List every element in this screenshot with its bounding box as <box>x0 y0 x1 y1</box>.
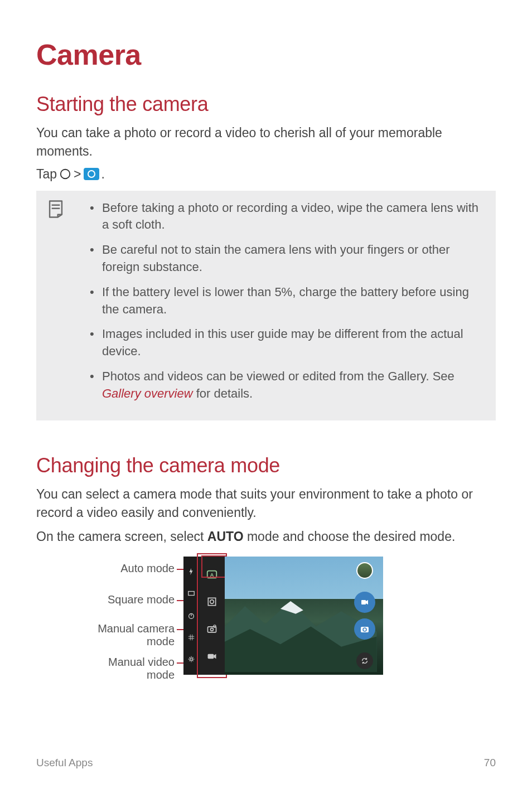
tap-instruction: Tap > . <box>36 167 496 182</box>
svg-rect-6 <box>208 598 215 606</box>
svg-rect-15 <box>361 600 366 604</box>
auto-bold: AUTO <box>207 529 244 544</box>
starting-paragraph: You can take a photo or record a video t… <box>36 124 496 161</box>
note-item: If the battery level is lower than 5%, c… <box>90 284 483 318</box>
label-line: mode <box>147 669 175 681</box>
note-item: Photos and videos can be viewed or edite… <box>90 368 483 403</box>
changing-para2: On the camera screen, select AUTO mode a… <box>36 528 496 546</box>
label-line: mode <box>147 635 175 647</box>
camera-right-controls <box>350 557 380 675</box>
svg-point-9 <box>211 628 214 631</box>
note-box: Before taking a photo or recording a vid… <box>36 191 496 420</box>
shutter-button-icon <box>354 618 375 640</box>
ratio-icon <box>187 589 195 597</box>
label-line: Manual camera <box>98 622 175 635</box>
note-item-prefix: Photos and videos can be viewed or edite… <box>102 369 454 383</box>
svg-text:A: A <box>210 572 214 578</box>
note-item: Before taking a photo or recording a vid… <box>90 200 483 234</box>
footer-section: Useful Apps <box>36 757 93 769</box>
mode-manual-video-icon <box>205 649 219 664</box>
svg-point-0 <box>61 170 70 179</box>
section-heading-changing: Changing the camera mode <box>36 454 496 477</box>
gallery-thumb-icon <box>356 562 373 579</box>
camera-left-toolbar <box>183 557 199 675</box>
switch-camera-icon <box>356 652 373 669</box>
note-item-suffix: for details. <box>193 386 253 400</box>
tap-suffix: . <box>101 167 105 182</box>
page-title: Camera <box>36 38 496 71</box>
footer-page-number: 70 <box>484 757 496 769</box>
note-item: Images included in this user guide may b… <box>90 326 483 360</box>
svg-point-3 <box>190 658 192 660</box>
camera-screenshot: A <box>183 557 383 675</box>
note-item: Be careful not to stain the camera lens … <box>90 241 483 276</box>
changing-para1: You can select a camera mode that suits … <box>36 485 496 523</box>
label-square-mode: Square mode <box>108 593 175 606</box>
gallery-overview-link[interactable]: Gallery overview <box>102 386 193 400</box>
section-heading-starting: Starting the camera <box>36 93 496 116</box>
tap-prefix: Tap <box>36 167 57 182</box>
camera-mode-strip: A <box>199 557 225 675</box>
chevron-separator: > <box>74 167 81 182</box>
note-icon <box>47 200 64 219</box>
svg-rect-1 <box>188 592 195 596</box>
flash-icon <box>187 568 195 575</box>
label-manual-camera-mode: Manual camera mode <box>98 622 175 648</box>
mode-auto-icon: A <box>205 567 219 582</box>
record-video-button-icon <box>354 592 375 613</box>
label-manual-video-mode: Manual video mode <box>108 656 175 681</box>
label-auto-mode: Auto mode <box>120 562 175 575</box>
mode-square-icon <box>205 594 219 609</box>
note-list: Before taking a photo or recording a vid… <box>90 200 483 403</box>
home-circle-icon <box>59 168 71 180</box>
grid-icon <box>187 633 195 641</box>
para2-pre: On the camera screen, select <box>36 529 207 544</box>
para2-post: mode and choose the desired mode. <box>244 529 456 544</box>
svg-rect-11 <box>208 654 214 659</box>
camera-mode-figure: Auto mode Square mode Manual camera mode… <box>36 557 496 713</box>
camera-app-icon <box>84 168 99 180</box>
timer-icon <box>187 612 195 620</box>
settings-gear-icon <box>187 655 195 663</box>
svg-point-7 <box>210 600 214 604</box>
mode-manual-camera-icon <box>205 622 219 636</box>
page-footer: Useful Apps 70 <box>36 757 496 769</box>
label-line: Manual video <box>108 656 175 668</box>
